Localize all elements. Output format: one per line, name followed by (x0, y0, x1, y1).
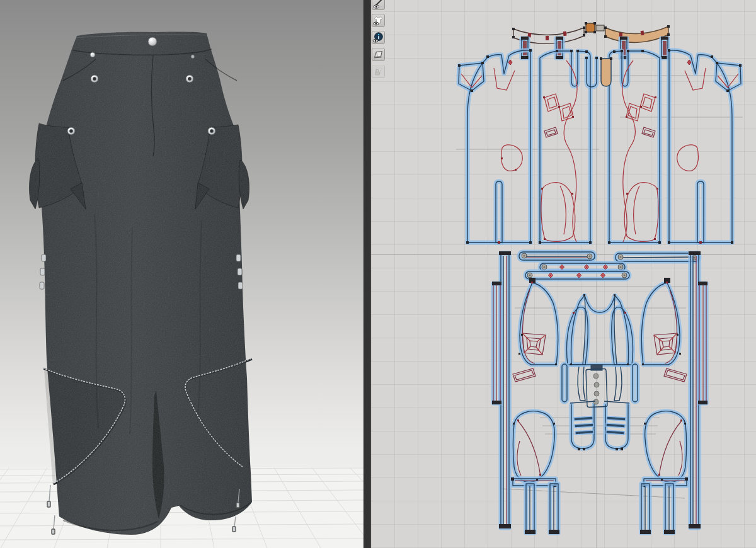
show-info-button[interactable] (372, 31, 385, 44)
buckle-square (586, 23, 595, 32)
fly-facing-tan (601, 59, 611, 86)
flap-seam-left (518, 421, 541, 476)
waistband-pieces[interactable] (512, 22, 670, 43)
waist-button (148, 37, 157, 46)
waist-strips[interactable] (519, 252, 699, 279)
upper-pattern-pieces[interactable] (458, 49, 742, 244)
shirt-eye-icon (372, 14, 384, 27)
rivet (191, 55, 195, 59)
rivet (90, 52, 95, 57)
show-pins-button[interactable] (372, 0, 385, 10)
fly-shield-small (596, 25, 604, 31)
internal-lines-back-right (677, 60, 738, 171)
web-dart-right (654, 333, 677, 355)
flap-seam-right (659, 421, 682, 476)
show-garment-button[interactable] (372, 14, 385, 27)
lock-shirt-icon (372, 65, 384, 78)
3d-scene (0, 0, 364, 548)
red-strap-left (513, 368, 536, 382)
lock-patterns-button[interactable] (372, 65, 385, 78)
pin-eye-icon (372, 0, 384, 10)
pattern-view-button[interactable] (372, 48, 385, 61)
panel-divider[interactable] (364, 0, 371, 548)
2d-toolbar (372, 0, 385, 78)
web-dart-left (522, 333, 546, 355)
3d-garment-viewport[interactable] (0, 0, 364, 548)
lower-pattern-pieces[interactable] (511, 278, 688, 534)
info-eye-icon (372, 31, 384, 44)
internal-lines-back-left (461, 60, 522, 171)
pattern-canvas[interactable]: .g{stroke:#8cbbe9;stroke-width:7;fill:no… (371, 0, 756, 548)
red-strap-right (664, 368, 687, 382)
garment-design-app: .g{stroke:#8cbbe9;stroke-width:7;fill:no… (0, 0, 756, 548)
2d-pattern-viewport[interactable]: .g{stroke:#8cbbe9;stroke-width:7;fill:no… (371, 0, 756, 548)
pouch-zipper-bars (574, 416, 626, 435)
pattern-piece-icon (372, 48, 384, 61)
